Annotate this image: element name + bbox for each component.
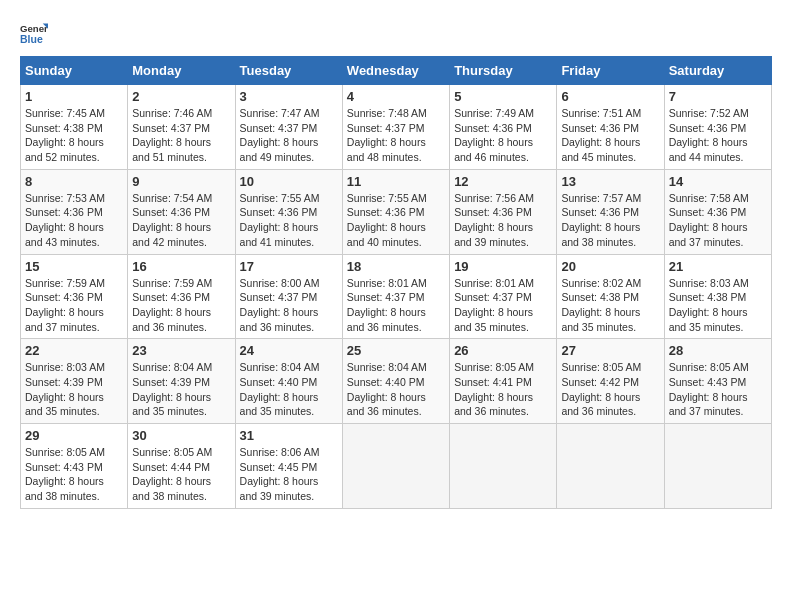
day-info: Sunrise: 8:05 AM Sunset: 4:43 PM Dayligh… — [25, 445, 123, 504]
calendar-cell: 2 Sunrise: 7:46 AM Sunset: 4:37 PM Dayli… — [128, 85, 235, 170]
calendar-cell: 11 Sunrise: 7:55 AM Sunset: 4:36 PM Dayl… — [342, 169, 449, 254]
day-number: 27 — [561, 343, 659, 358]
day-info: Sunrise: 8:05 AM Sunset: 4:43 PM Dayligh… — [669, 360, 767, 419]
logo-icon: General Blue — [20, 20, 48, 48]
day-number: 22 — [25, 343, 123, 358]
calendar-cell: 17 Sunrise: 8:00 AM Sunset: 4:37 PM Dayl… — [235, 254, 342, 339]
day-info: Sunrise: 7:55 AM Sunset: 4:36 PM Dayligh… — [240, 191, 338, 250]
calendar-cell: 27 Sunrise: 8:05 AM Sunset: 4:42 PM Dayl… — [557, 339, 664, 424]
day-info: Sunrise: 8:04 AM Sunset: 4:40 PM Dayligh… — [240, 360, 338, 419]
day-number: 1 — [25, 89, 123, 104]
day-header: Sunday — [21, 57, 128, 85]
day-info: Sunrise: 8:05 AM Sunset: 4:44 PM Dayligh… — [132, 445, 230, 504]
calendar-cell: 21 Sunrise: 8:03 AM Sunset: 4:38 PM Dayl… — [664, 254, 771, 339]
calendar-header-row: SundayMondayTuesdayWednesdayThursdayFrid… — [21, 57, 772, 85]
day-number: 24 — [240, 343, 338, 358]
day-info: Sunrise: 8:06 AM Sunset: 4:45 PM Dayligh… — [240, 445, 338, 504]
day-number: 11 — [347, 174, 445, 189]
calendar-cell — [557, 424, 664, 509]
day-header: Thursday — [450, 57, 557, 85]
calendar-cell: 29 Sunrise: 8:05 AM Sunset: 4:43 PM Dayl… — [21, 424, 128, 509]
day-number: 14 — [669, 174, 767, 189]
svg-text:Blue: Blue — [20, 33, 43, 45]
calendar-cell — [342, 424, 449, 509]
calendar-cell: 5 Sunrise: 7:49 AM Sunset: 4:36 PM Dayli… — [450, 85, 557, 170]
day-number: 2 — [132, 89, 230, 104]
calendar-cell: 18 Sunrise: 8:01 AM Sunset: 4:37 PM Dayl… — [342, 254, 449, 339]
day-info: Sunrise: 7:46 AM Sunset: 4:37 PM Dayligh… — [132, 106, 230, 165]
day-number: 12 — [454, 174, 552, 189]
day-info: Sunrise: 8:03 AM Sunset: 4:39 PM Dayligh… — [25, 360, 123, 419]
day-info: Sunrise: 7:54 AM Sunset: 4:36 PM Dayligh… — [132, 191, 230, 250]
day-info: Sunrise: 8:05 AM Sunset: 4:42 PM Dayligh… — [561, 360, 659, 419]
calendar-cell: 16 Sunrise: 7:59 AM Sunset: 4:36 PM Dayl… — [128, 254, 235, 339]
day-info: Sunrise: 7:45 AM Sunset: 4:38 PM Dayligh… — [25, 106, 123, 165]
day-number: 28 — [669, 343, 767, 358]
day-number: 25 — [347, 343, 445, 358]
day-header: Saturday — [664, 57, 771, 85]
day-header: Monday — [128, 57, 235, 85]
day-number: 26 — [454, 343, 552, 358]
calendar: SundayMondayTuesdayWednesdayThursdayFrid… — [20, 56, 772, 509]
day-number: 18 — [347, 259, 445, 274]
calendar-cell: 6 Sunrise: 7:51 AM Sunset: 4:36 PM Dayli… — [557, 85, 664, 170]
calendar-cell: 24 Sunrise: 8:04 AM Sunset: 4:40 PM Dayl… — [235, 339, 342, 424]
day-info: Sunrise: 7:52 AM Sunset: 4:36 PM Dayligh… — [669, 106, 767, 165]
calendar-week-row: 8 Sunrise: 7:53 AM Sunset: 4:36 PM Dayli… — [21, 169, 772, 254]
day-number: 20 — [561, 259, 659, 274]
day-info: Sunrise: 7:59 AM Sunset: 4:36 PM Dayligh… — [25, 276, 123, 335]
calendar-week-row: 22 Sunrise: 8:03 AM Sunset: 4:39 PM Dayl… — [21, 339, 772, 424]
day-info: Sunrise: 7:58 AM Sunset: 4:36 PM Dayligh… — [669, 191, 767, 250]
day-info: Sunrise: 7:51 AM Sunset: 4:36 PM Dayligh… — [561, 106, 659, 165]
day-number: 6 — [561, 89, 659, 104]
calendar-cell: 3 Sunrise: 7:47 AM Sunset: 4:37 PM Dayli… — [235, 85, 342, 170]
day-number: 9 — [132, 174, 230, 189]
calendar-cell: 15 Sunrise: 7:59 AM Sunset: 4:36 PM Dayl… — [21, 254, 128, 339]
calendar-cell: 31 Sunrise: 8:06 AM Sunset: 4:45 PM Dayl… — [235, 424, 342, 509]
calendar-cell: 25 Sunrise: 8:04 AM Sunset: 4:40 PM Dayl… — [342, 339, 449, 424]
day-info: Sunrise: 8:04 AM Sunset: 4:39 PM Dayligh… — [132, 360, 230, 419]
day-number: 15 — [25, 259, 123, 274]
day-number: 19 — [454, 259, 552, 274]
day-info: Sunrise: 7:49 AM Sunset: 4:36 PM Dayligh… — [454, 106, 552, 165]
day-number: 7 — [669, 89, 767, 104]
calendar-cell: 1 Sunrise: 7:45 AM Sunset: 4:38 PM Dayli… — [21, 85, 128, 170]
day-info: Sunrise: 7:47 AM Sunset: 4:37 PM Dayligh… — [240, 106, 338, 165]
calendar-week-row: 15 Sunrise: 7:59 AM Sunset: 4:36 PM Dayl… — [21, 254, 772, 339]
day-number: 3 — [240, 89, 338, 104]
calendar-cell: 10 Sunrise: 7:55 AM Sunset: 4:36 PM Dayl… — [235, 169, 342, 254]
calendar-week-row: 29 Sunrise: 8:05 AM Sunset: 4:43 PM Dayl… — [21, 424, 772, 509]
day-number: 21 — [669, 259, 767, 274]
calendar-cell: 22 Sunrise: 8:03 AM Sunset: 4:39 PM Dayl… — [21, 339, 128, 424]
day-info: Sunrise: 8:03 AM Sunset: 4:38 PM Dayligh… — [669, 276, 767, 335]
day-number: 17 — [240, 259, 338, 274]
day-number: 13 — [561, 174, 659, 189]
calendar-cell: 9 Sunrise: 7:54 AM Sunset: 4:36 PM Dayli… — [128, 169, 235, 254]
calendar-cell: 19 Sunrise: 8:01 AM Sunset: 4:37 PM Dayl… — [450, 254, 557, 339]
calendar-body: 1 Sunrise: 7:45 AM Sunset: 4:38 PM Dayli… — [21, 85, 772, 509]
day-info: Sunrise: 7:59 AM Sunset: 4:36 PM Dayligh… — [132, 276, 230, 335]
page-header: General Blue — [20, 20, 772, 48]
calendar-cell: 13 Sunrise: 7:57 AM Sunset: 4:36 PM Dayl… — [557, 169, 664, 254]
calendar-cell: 8 Sunrise: 7:53 AM Sunset: 4:36 PM Dayli… — [21, 169, 128, 254]
calendar-cell: 14 Sunrise: 7:58 AM Sunset: 4:36 PM Dayl… — [664, 169, 771, 254]
calendar-cell: 30 Sunrise: 8:05 AM Sunset: 4:44 PM Dayl… — [128, 424, 235, 509]
day-info: Sunrise: 7:57 AM Sunset: 4:36 PM Dayligh… — [561, 191, 659, 250]
calendar-cell: 26 Sunrise: 8:05 AM Sunset: 4:41 PM Dayl… — [450, 339, 557, 424]
calendar-cell: 7 Sunrise: 7:52 AM Sunset: 4:36 PM Dayli… — [664, 85, 771, 170]
day-header: Friday — [557, 57, 664, 85]
calendar-cell: 23 Sunrise: 8:04 AM Sunset: 4:39 PM Dayl… — [128, 339, 235, 424]
logo: General Blue — [20, 20, 48, 48]
day-number: 8 — [25, 174, 123, 189]
day-info: Sunrise: 7:56 AM Sunset: 4:36 PM Dayligh… — [454, 191, 552, 250]
day-info: Sunrise: 7:53 AM Sunset: 4:36 PM Dayligh… — [25, 191, 123, 250]
day-number: 16 — [132, 259, 230, 274]
calendar-cell: 20 Sunrise: 8:02 AM Sunset: 4:38 PM Dayl… — [557, 254, 664, 339]
day-number: 30 — [132, 428, 230, 443]
day-info: Sunrise: 7:55 AM Sunset: 4:36 PM Dayligh… — [347, 191, 445, 250]
day-number: 29 — [25, 428, 123, 443]
calendar-cell — [664, 424, 771, 509]
day-number: 23 — [132, 343, 230, 358]
day-info: Sunrise: 8:01 AM Sunset: 4:37 PM Dayligh… — [347, 276, 445, 335]
day-number: 4 — [347, 89, 445, 104]
